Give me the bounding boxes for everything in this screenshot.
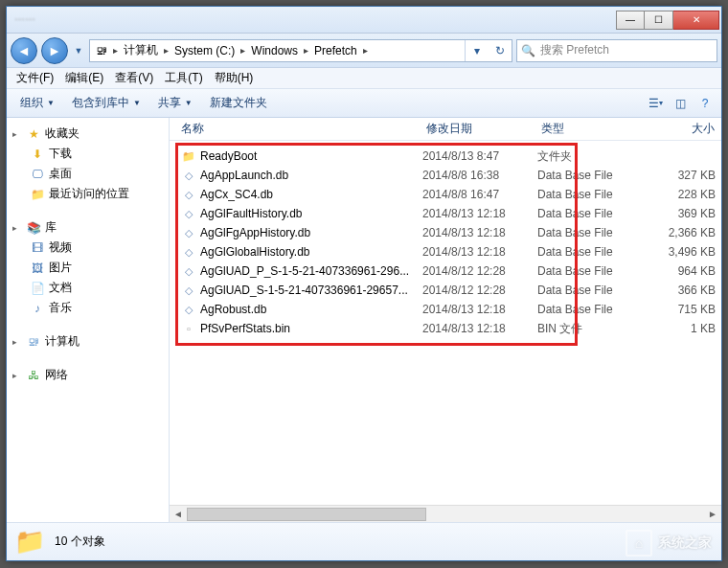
file-row[interactable]: ◇AgGlFgAppHistory.db2014/8/13 12:18Data … <box>177 223 721 242</box>
watermark-logo-icon: ⌂ <box>626 530 652 557</box>
file-size: 2,366 KB <box>652 226 719 239</box>
file-name: AgGlGlobalHistory.db <box>200 245 310 259</box>
nav-recent[interactable]: 📁最近访问的位置 <box>9 184 169 204</box>
breadcrumb-computer[interactable]: 计算机 <box>120 40 162 61</box>
nav-computer[interactable]: ▸🖳计算机 <box>9 331 169 352</box>
scroll-left-button[interactable]: ◄ <box>170 509 187 519</box>
db-icon: ◇ <box>181 206 196 221</box>
db-icon: ◇ <box>181 225 196 240</box>
file-type: Data Base File <box>537 264 652 278</box>
breadcrumb-drive[interactable]: System (C:) <box>171 40 239 61</box>
file-row[interactable]: ◇AgCx_SC4.db2014/8/8 16:47Data Base File… <box>177 185 721 204</box>
file-size: 1 KB <box>652 322 719 335</box>
nav-desktop[interactable]: 🖵桌面 <box>9 164 169 184</box>
chevron-right-icon: ▸ <box>162 45 171 56</box>
address-bar[interactable]: 🖳 ▸ 计算机 ▸ System (C:) ▸ Windows ▸ Prefet… <box>89 39 512 62</box>
forward-button[interactable]: ► <box>41 37 68 64</box>
folder-icon: 📁 <box>181 148 196 164</box>
desktop-icon: 🖵 <box>30 167 45 182</box>
file-row[interactable]: ▫PfSvPerfStats.bin2014/8/13 12:18BIN 文件1… <box>177 319 721 338</box>
share-button[interactable]: 共享▼ <box>150 92 200 114</box>
search-input[interactable]: 🔍 搜索 Prefetch <box>516 39 717 62</box>
nav-downloads[interactable]: ⬇下载 <box>9 144 169 164</box>
file-row[interactable]: ◇AgGlUAD_P_S-1-5-21-407336961-296...2014… <box>177 261 721 281</box>
file-area[interactable]: 📁ReadyBoot2014/8/13 8:47文件夹◇AgAppLaunch.… <box>170 141 721 505</box>
item-count: 10 个对象 <box>55 534 105 550</box>
close-button[interactable]: ✕ <box>673 11 719 30</box>
bin-icon: ▫ <box>181 321 196 336</box>
file-type: Data Base File <box>537 284 652 297</box>
menu-help[interactable]: 帮助(H) <box>209 68 260 88</box>
column-headers: 名称 修改日期 类型 大小 <box>170 118 721 141</box>
file-type: Data Base File <box>537 245 652 259</box>
folder-icon: 📁 <box>14 527 45 557</box>
scroll-right-button[interactable]: ► <box>704 509 721 519</box>
help-button[interactable]: ? <box>694 94 716 113</box>
col-size[interactable]: 大小 <box>652 121 719 137</box>
menu-view[interactable]: 查看(V) <box>109 68 159 88</box>
menu-edit[interactable]: 编辑(E) <box>59 68 109 88</box>
file-name: AgGlFgAppHistory.db <box>200 226 310 239</box>
minimize-button[interactable]: — <box>616 11 645 30</box>
file-type: Data Base File <box>537 207 652 220</box>
col-name[interactable]: 名称 <box>177 121 422 137</box>
tree-collapse-icon: ▸ <box>12 337 22 347</box>
address-dropdown-button[interactable]: ▾ <box>466 40 489 61</box>
preview-pane-button[interactable]: ◫ <box>670 94 691 113</box>
scroll-thumb[interactable] <box>187 508 426 521</box>
include-library-button[interactable]: 包含到库中▼ <box>64 92 148 114</box>
history-dropdown[interactable]: ▼ <box>72 46 85 56</box>
file-size: 327 KB <box>652 169 719 182</box>
db-icon: ◇ <box>181 263 196 279</box>
explorer-body: ▸★收藏夹 ⬇下载 🖵桌面 📁最近访问的位置 ▸📚库 🎞视频 🖼图片 📄文档 ♪… <box>7 118 721 522</box>
nav-music[interactable]: ♪音乐 <box>9 298 169 318</box>
db-icon: ◇ <box>181 187 196 202</box>
nav-pictures[interactable]: 🖼图片 <box>9 258 169 278</box>
file-row[interactable]: ◇AgAppLaunch.db2014/8/8 16:38Data Base F… <box>177 166 721 185</box>
nav-library[interactable]: ▸📚库 <box>9 217 169 238</box>
col-type[interactable]: 类型 <box>537 121 652 137</box>
file-name: AgRobust.db <box>200 303 266 316</box>
file-name: AgGlUAD_P_S-1-5-21-407336961-296... <box>200 264 409 278</box>
file-date: 2014/8/8 16:38 <box>422 169 537 182</box>
view-options-button[interactable]: ☰▾ <box>645 94 666 113</box>
new-folder-button[interactable]: 新建文件夹 <box>202 92 275 114</box>
file-name: AgAppLaunch.db <box>200 169 288 182</box>
file-type: Data Base File <box>537 226 652 239</box>
file-name: PfSvPerfStats.bin <box>200 322 290 335</box>
organize-button[interactable]: 组织▼ <box>12 92 62 114</box>
file-date: 2014/8/13 12:18 <box>422 322 537 335</box>
file-row[interactable]: ◇AgRobust.db2014/8/13 12:18Data Base Fil… <box>177 300 721 319</box>
nav-network[interactable]: ▸🖧网络 <box>9 365 169 385</box>
file-date: 2014/8/12 12:28 <box>422 264 537 278</box>
chevron-right-icon: ▸ <box>361 45 370 56</box>
file-type: BIN 文件 <box>537 321 652 337</box>
file-size: 715 KB <box>652 303 719 316</box>
nav-documents[interactable]: 📄文档 <box>9 278 169 298</box>
refresh-button[interactable]: ↻ <box>489 40 512 61</box>
nav-favorites[interactable]: ▸★收藏夹 <box>9 124 169 144</box>
file-list-pane: 名称 修改日期 类型 大小 📁ReadyBoot2014/8/13 8:47文件… <box>170 118 721 522</box>
breadcrumb-windows[interactable]: Windows <box>247 40 302 61</box>
col-date[interactable]: 修改日期 <box>422 121 537 137</box>
file-type: Data Base File <box>537 188 652 201</box>
file-type: Data Base File <box>537 169 652 182</box>
recent-icon: 📁 <box>30 187 45 202</box>
window-buttons: — ☐ ✕ <box>616 11 719 30</box>
file-row[interactable]: ◇AgGlGlobalHistory.db2014/8/13 12:18Data… <box>177 242 721 261</box>
maximize-button[interactable]: ☐ <box>645 11 673 30</box>
breadcrumb-prefetch[interactable]: Prefetch <box>310 40 361 61</box>
file-row[interactable]: 📁ReadyBoot2014/8/13 8:47文件夹 <box>177 147 721 166</box>
horizontal-scrollbar[interactable]: ◄ ► <box>170 505 721 522</box>
db-icon: ◇ <box>181 168 196 183</box>
toolbar-right: ☰▾ ◫ ? <box>645 94 716 113</box>
file-row[interactable]: ◇AgGlUAD_S-1-5-21-407336961-29657...2014… <box>177 281 721 300</box>
file-row[interactable]: ◇AgGlFaultHistory.db2014/8/13 12:18Data … <box>177 204 721 223</box>
library-icon: 📚 <box>26 220 41 236</box>
chevron-down-icon: ▼ <box>185 99 193 107</box>
navigation-pane: ▸★收藏夹 ⬇下载 🖵桌面 📁最近访问的位置 ▸📚库 🎞视频 🖼图片 📄文档 ♪… <box>7 118 170 522</box>
menu-tools[interactable]: 工具(T) <box>159 68 208 88</box>
back-button[interactable]: ◄ <box>11 37 37 64</box>
nav-videos[interactable]: 🎞视频 <box>9 238 169 258</box>
menu-file[interactable]: 文件(F) <box>11 68 59 88</box>
